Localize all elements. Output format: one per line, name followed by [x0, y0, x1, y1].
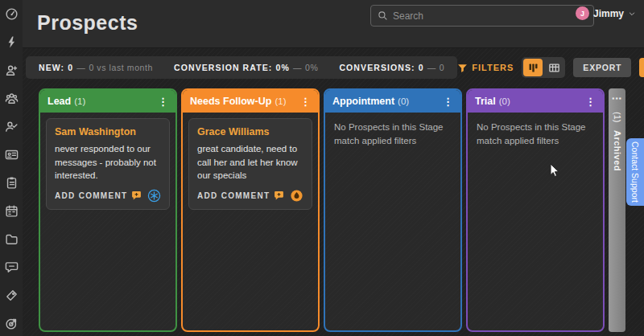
archived-column-collapsed[interactable]: ⋮ (1) Archived [609, 88, 625, 332]
stats-bar: NEW: 0 — 0 vs last month CONVERSION RATE… [26, 56, 457, 79]
table-view-button[interactable] [544, 59, 564, 76]
comment-bubble-icon [274, 191, 284, 201]
stage-count: (0) [398, 96, 409, 106]
stat-conversions: CONVERSIONS: 0 — 0 [339, 63, 444, 72]
tasks-clipboard-icon[interactable] [4, 175, 19, 190]
search-icon [378, 10, 388, 21]
stage-column-needs-follow-up: Needs Follow-Up (1) ⋮ Grace Williams gre… [181, 88, 320, 332]
prospect-note: great candidate, need to call her and le… [197, 142, 303, 182]
user-menu[interactable]: J Jimmy [576, 6, 636, 20]
stage-menu-icon[interactable]: ⋮ [443, 96, 453, 107]
page-title: Prospects [37, 11, 138, 35]
stage-header-appointment: Appointment (0) ⋮ [325, 90, 460, 113]
card-footer: ADD COMMENT [197, 189, 303, 203]
topbar: Prospects × J Jimmy [23, 0, 644, 48]
stage-column-lead: Lead (1) ⋮ Sam Washington never responde… [39, 88, 177, 332]
schedule-calendar-icon[interactable] [4, 204, 19, 219]
add-stage-button[interactable]: ADD STAGE + [639, 58, 644, 77]
warm-rating-icon[interactable] [290, 189, 303, 203]
prospects-board: NEW: 0 — 0 vs last month CONVERSION RATE… [23, 48, 644, 336]
stage-menu-icon[interactable]: ⋮ [300, 96, 311, 107]
add-comment-button[interactable]: ADD COMMENT [197, 191, 284, 201]
contact-support-label: Contact Support [630, 141, 640, 203]
sidebar [0, 0, 23, 336]
stat-conversion-rate: CONVERSION RATE: 0% — 0% [174, 63, 318, 72]
archived-menu-icon[interactable]: ⋮ [612, 93, 622, 104]
card-footer: ADD COMMENT [55, 189, 161, 203]
prospect-name[interactable]: Grace Williams [197, 126, 303, 137]
attendance-check-icon[interactable] [4, 119, 19, 133]
marketing-target-icon[interactable] [4, 317, 19, 331]
export-button[interactable]: EXPORT [573, 58, 631, 77]
stage-body: No Prospects in this Stage match applied… [468, 113, 603, 330]
stage-count: (1) [275, 96, 286, 106]
view-toggle [522, 57, 565, 78]
prospect-card[interactable]: Grace Williams great candidate, need to … [188, 118, 312, 210]
funnel-icon [457, 63, 468, 73]
stage-title: Needs Follow-Up [190, 96, 271, 107]
stage-title: Trial [475, 96, 496, 107]
archived-title: Archived [613, 130, 622, 171]
add-comment-button[interactable]: ADD COMMENT [55, 191, 142, 201]
stage-count: (1) [74, 96, 85, 106]
member-card-icon[interactable] [4, 147, 19, 162]
stage-body: No Prospects in this Stage match applied… [325, 113, 460, 330]
chevron-down-icon [628, 10, 636, 18]
search-box[interactable]: × [370, 5, 594, 27]
stage-menu-icon[interactable]: ⋮ [585, 96, 596, 107]
empty-stage-message: No Prospects in this Stage match applied… [331, 118, 455, 151]
empty-stage-message: No Prospects in this Stage match applied… [473, 118, 597, 151]
stage-column-trial: Trial (0) ⋮ No Prospects in this Stage m… [466, 88, 605, 332]
contact-support-tab[interactable]: Contact Support [626, 138, 644, 206]
search-input[interactable] [393, 10, 576, 22]
filters-button[interactable]: FILTERS [457, 63, 514, 73]
dashboard-gauge-icon[interactable] [4, 6, 19, 21]
stage-header-lead: Lead (1) ⋮ [40, 90, 175, 113]
stage-columns: Lead (1) ⋮ Sam Washington never responde… [39, 88, 625, 332]
messages-chat-icon[interactable] [4, 260, 19, 275]
stage-title: Lead [47, 96, 71, 107]
cold-rating-icon[interactable] [147, 189, 161, 203]
stage-body: Sam Washington never responded to our me… [40, 113, 175, 330]
stage-column-appointment: Appointment (0) ⋮ No Prospects in this S… [324, 88, 462, 332]
mouse-cursor [550, 163, 559, 178]
prospect-name[interactable]: Sam Washington [55, 126, 161, 137]
stage-header-needs-follow-up: Needs Follow-Up (1) ⋮ [183, 90, 318, 113]
toolbar: FILTERS EXPORT ADD STAGE + [457, 57, 644, 78]
prospect-note: never responded to our messages - probab… [55, 142, 161, 182]
stage-menu-icon[interactable]: ⋮ [158, 96, 168, 107]
user-name: Jimmy [593, 8, 624, 19]
stage-title: Appointment [332, 96, 394, 107]
archived-count: (1) [613, 112, 622, 122]
lightning-bolt-icon[interactable] [4, 35, 19, 49]
stat-new: NEW: 0 — 0 vs last month [39, 63, 153, 72]
table-icon [548, 62, 560, 74]
controls-row: NEW: 0 — 0 vs last month CONVERSION RATE… [26, 56, 628, 79]
kanban-icon [527, 62, 539, 74]
stage-count: (0) [499, 96, 510, 106]
comment-bubble-icon [131, 191, 142, 201]
prospect-card[interactable]: Sam Washington never responded to our me… [46, 118, 170, 210]
stage-header-trial: Trial (0) ⋮ [468, 90, 603, 113]
add-prospect-icon[interactable] [4, 63, 19, 77]
documents-folder-icon[interactable] [4, 232, 19, 247]
members-group-icon[interactable] [4, 91, 19, 105]
avatar: J [576, 6, 589, 20]
stage-body: Grace Williams great candidate, need to … [183, 113, 318, 330]
ticket-tag-icon[interactable] [4, 289, 19, 303]
kanban-view-button[interactable] [523, 59, 543, 76]
